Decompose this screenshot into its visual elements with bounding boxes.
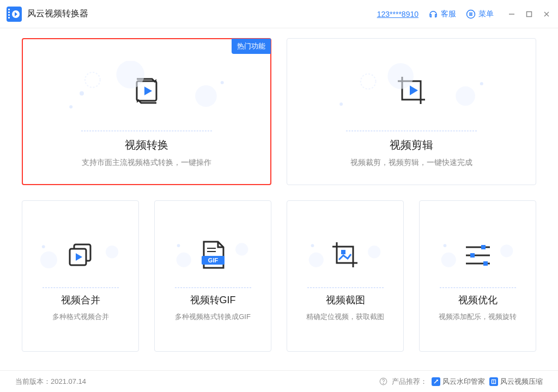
card-title: 视频合并 xyxy=(61,293,100,307)
account-link[interactable]: 123****8910 xyxy=(377,10,418,19)
recommend-icon xyxy=(489,377,498,386)
svg-rect-49 xyxy=(483,261,488,266)
card-video-screenshot[interactable]: 视频截图 精确定位视频，获取截图 xyxy=(287,200,404,352)
card-title: 视频优化 xyxy=(458,293,498,307)
card-desc: 视频添加配乐，视频旋转 xyxy=(439,312,517,322)
svg-marker-23 xyxy=(410,85,418,95)
recommend-icon xyxy=(432,377,440,386)
card-desc: 多种视频格式转换成GIF xyxy=(175,312,251,322)
minimize-button[interactable] xyxy=(507,9,517,19)
help-icon[interactable] xyxy=(379,377,387,385)
card-desc: 多种格式视频合并 xyxy=(52,312,109,322)
svg-point-51 xyxy=(383,383,384,384)
card-video-edit[interactable]: 视频剪辑 视频裁剪，视频剪辑，一键快速完成 xyxy=(287,38,536,185)
svg-point-39 xyxy=(311,244,314,247)
footer: 当前版本： 2021.07.14 产品推荐： 风云水印管家 风云视频压缩 xyxy=(0,370,558,392)
card-desc: 支持市面主流视频格式转换，一键操作 xyxy=(82,158,211,168)
video-convert-icon xyxy=(129,74,164,108)
svg-point-43 xyxy=(444,244,447,247)
card-video-optimize[interactable]: 视频优化 视频添加配乐，视频旋转 xyxy=(419,200,536,352)
card-video-merge[interactable]: 视频合并 多种格式视频合并 xyxy=(22,200,139,352)
svg-point-9 xyxy=(85,72,100,88)
video-merge-icon xyxy=(65,240,96,271)
svg-text:GIF: GIF xyxy=(208,257,218,264)
card-desc: 精确定位视频，获取截图 xyxy=(306,312,384,322)
titlebar: 风云视频转换器 123****8910 客服 菜单 xyxy=(0,0,558,28)
svg-rect-48 xyxy=(470,253,475,258)
version-value: 2021.07.14 xyxy=(51,377,86,385)
support-button[interactable]: 客服 xyxy=(428,9,456,19)
close-button[interactable] xyxy=(542,9,551,19)
recommend-label: 产品推荐： xyxy=(392,377,427,387)
card-desc: 视频裁剪，视频剪辑，一键快速完成 xyxy=(350,158,472,168)
support-label: 客服 xyxy=(441,9,456,19)
svg-point-42 xyxy=(500,244,513,257)
svg-point-37 xyxy=(309,252,324,267)
svg-point-18 xyxy=(339,102,343,106)
divider xyxy=(307,287,384,288)
main-content: 热门功能 视频转换 支持市面主流视频格式转换，一键操作 xyxy=(0,28,558,370)
divider xyxy=(43,287,119,288)
card-title: 视频转GIF xyxy=(190,293,236,307)
svg-point-41 xyxy=(441,252,456,267)
svg-marker-17 xyxy=(137,99,139,103)
app-title: 风云视频转换器 xyxy=(27,8,88,20)
sliders-icon xyxy=(463,242,493,269)
svg-rect-5 xyxy=(527,11,532,16)
svg-point-26 xyxy=(106,246,118,258)
card-title: 视频剪辑 xyxy=(390,138,433,152)
svg-rect-47 xyxy=(481,245,486,249)
svg-point-38 xyxy=(368,246,380,258)
card-video-convert[interactable]: 热门功能 视频转换 支持市面主流视频格式转换，一键操作 xyxy=(22,38,271,185)
divider xyxy=(81,131,212,131)
svg-point-8 xyxy=(69,105,72,108)
hot-badge: 热门功能 xyxy=(232,39,271,54)
svg-point-32 xyxy=(177,244,180,247)
gif-file-icon: GIF xyxy=(199,240,227,271)
screenshot-crop-icon xyxy=(329,240,362,271)
svg-point-22 xyxy=(480,82,483,85)
svg-point-24 xyxy=(40,251,57,268)
svg-point-21 xyxy=(456,87,475,106)
video-crop-icon xyxy=(392,74,430,108)
svg-point-19 xyxy=(361,74,376,89)
card-video-to-gif[interactable]: GIF 视频转GIF 多种视频格式转换成GIF xyxy=(154,200,271,352)
card-title: 视频转换 xyxy=(125,138,168,152)
svg-marker-15 xyxy=(144,87,152,95)
svg-marker-16 xyxy=(154,79,156,83)
version-label: 当前版本： xyxy=(15,377,51,387)
svg-point-31 xyxy=(235,243,248,255)
divider xyxy=(346,131,477,131)
divider xyxy=(440,287,516,288)
app-window: 风云视频转换器 123****8910 客服 菜单 热门功能 xyxy=(0,0,558,392)
divider xyxy=(175,287,251,288)
headset-icon xyxy=(428,9,438,19)
svg-point-11 xyxy=(195,85,217,107)
svg-point-25 xyxy=(42,245,45,248)
maximize-button[interactable] xyxy=(524,9,534,19)
menu-label: 菜单 xyxy=(478,9,494,19)
window-controls xyxy=(507,9,551,19)
recommend-name: 风云水印管家 xyxy=(442,377,485,387)
app-logo-icon xyxy=(7,7,22,22)
recommend-watermark[interactable]: 风云水印管家 xyxy=(432,377,485,387)
svg-point-13 xyxy=(80,91,84,96)
recommend-name: 风云视频压缩 xyxy=(500,377,543,387)
svg-rect-40 xyxy=(341,250,345,254)
recommend-compress[interactable]: 风云视频压缩 xyxy=(489,377,543,387)
menu-list-icon xyxy=(466,9,476,19)
svg-point-12 xyxy=(221,81,224,84)
svg-point-30 xyxy=(177,252,191,267)
card-title: 视频截图 xyxy=(326,293,365,307)
menu-button[interactable]: 菜单 xyxy=(466,9,494,19)
